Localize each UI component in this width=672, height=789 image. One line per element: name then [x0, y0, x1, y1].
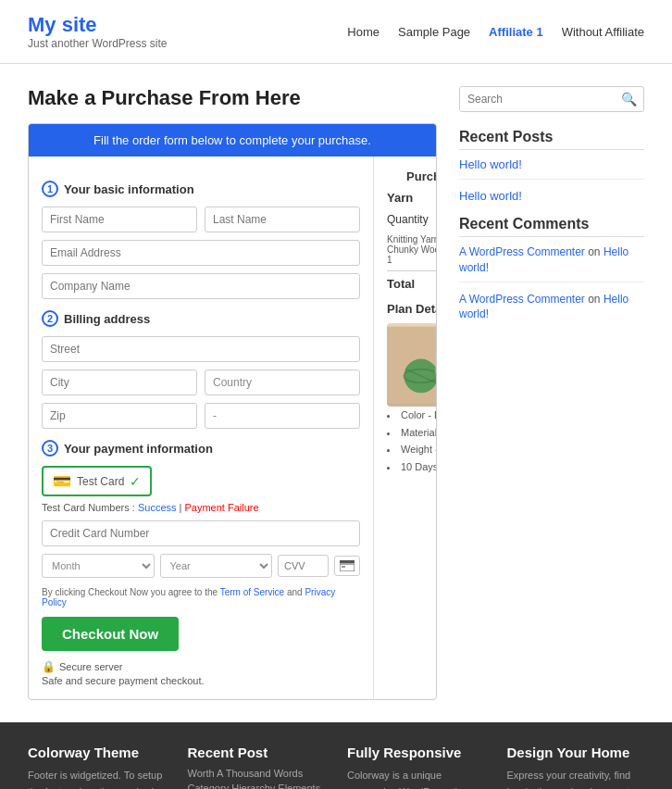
- section1-num: 1: [42, 181, 58, 197]
- footer-col3-text: Colorway is a unique responsive WordPres…: [347, 768, 485, 789]
- first-name-input[interactable]: [42, 207, 197, 232]
- email-input[interactable]: [42, 240, 360, 266]
- purchase-details-panel: Purchase Details Yarn Quantity Knitting …: [374, 157, 437, 699]
- plan-bullet: Weight - 200g: [387, 441, 437, 458]
- purchase-form-box: Fill the order form below to complete yo…: [28, 123, 437, 700]
- footer-recent-post-1[interactable]: Worth A Thousand Words: [188, 768, 326, 779]
- company-input[interactable]: [42, 273, 360, 299]
- terms-of-service-link[interactable]: Term of Service: [220, 587, 284, 597]
- divider: [459, 179, 644, 180]
- name-row: [42, 207, 360, 232]
- footer-col-2: Recent Post Worth A Thousand Words Categ…: [188, 745, 326, 789]
- country-select[interactable]: Country: [205, 369, 360, 395]
- footer-col4-text: Express your creativity, find inspiratio…: [507, 768, 645, 789]
- email-row: [42, 240, 360, 266]
- section3-title: Your payment information: [64, 442, 213, 456]
- recent-posts-title: Recent Posts: [459, 129, 644, 150]
- footer-main: Colorway Theme Footer is widgetized. To …: [0, 722, 672, 789]
- footer-recent-post-2[interactable]: Category Hierarchy Elements: [188, 783, 326, 789]
- card-badge: 💳 Test Card ✓: [42, 466, 152, 496]
- check-icon: ✓: [130, 474, 141, 489]
- site-tagline: Just another WordPress site: [28, 37, 168, 50]
- cc-input[interactable]: [42, 520, 360, 546]
- company-row: [42, 273, 360, 299]
- plan-bullet: Color - Dark Blue: [387, 407, 437, 424]
- credit-card-icon: 💳: [53, 472, 71, 490]
- comment-2: A WordPress Commenter on Hello world!: [459, 292, 644, 323]
- cvv-input[interactable]: [278, 555, 329, 577]
- yarn-label: Yarn: [387, 191, 437, 205]
- site-title: My site: [28, 13, 168, 37]
- item-detail: Knitting Yarn Thick Chunky Wool, 200 g x…: [387, 234, 437, 265]
- cvv-help-icon[interactable]: [334, 556, 360, 576]
- secure-label: Secure server: [59, 661, 122, 672]
- svg-rect-2: [342, 566, 345, 568]
- form-body: 1 Your basic information: [29, 157, 436, 699]
- test-card-failure-link[interactable]: Payment Failure: [185, 502, 259, 513]
- nav-home[interactable]: Home: [347, 25, 380, 39]
- plan-title: Plan Details: [387, 302, 437, 316]
- street-input[interactable]: [42, 336, 360, 362]
- footer-col-3: Fully Responsive Colorway is a unique re…: [347, 745, 485, 789]
- commenter-2-link[interactable]: A WordPress Commenter: [459, 293, 585, 306]
- nav-affiliate1[interactable]: Affiliate 1: [489, 25, 543, 39]
- footer-col-4: Design Your Home Express your creativity…: [507, 745, 645, 789]
- test-card-success-link[interactable]: Success: [138, 502, 177, 513]
- search-box: 🔍: [459, 86, 644, 112]
- footer-col2-title: Recent Post: [188, 745, 326, 760]
- checkout-button[interactable]: Checkout Now: [42, 617, 179, 651]
- svg-line-9: [436, 364, 437, 378]
- year-select[interactable]: Year: [160, 554, 273, 578]
- recent-post-1[interactable]: Hello world!: [459, 157, 644, 171]
- test-card-text: Test Card Numbers :: [42, 502, 135, 513]
- section1-label: 1 Your basic information: [42, 181, 360, 197]
- section1-title: Your basic information: [64, 182, 194, 196]
- footer-col1-title: Colorway Theme: [28, 745, 166, 760]
- footer-col1-text: Footer is widgetized. To setup the foote…: [28, 768, 166, 789]
- nav-sample[interactable]: Sample Page: [398, 25, 470, 39]
- svg-rect-0: [340, 560, 355, 563]
- street-row: [42, 336, 360, 362]
- last-name-input[interactable]: [205, 207, 360, 232]
- city-input[interactable]: [42, 369, 197, 395]
- dash-select[interactable]: -: [205, 403, 360, 429]
- commenter-1-link[interactable]: A WordPress Commenter: [459, 245, 585, 258]
- qty-label: Quantity: [387, 213, 429, 226]
- total-label: Total: [387, 277, 415, 291]
- recent-post-2[interactable]: Hello world!: [459, 189, 644, 203]
- footer-col4-title: Design Your Home: [507, 745, 645, 760]
- divider2: [459, 282, 644, 282]
- zip-input[interactable]: [42, 403, 197, 429]
- search-button[interactable]: 🔍: [614, 87, 644, 111]
- section3-num: 3: [42, 440, 58, 457]
- comment-1: A WordPress Commenter on Hello world!: [459, 244, 644, 276]
- plan-details-list: Color - Dark BlueMaterial - WoolWeight -…: [387, 407, 437, 476]
- terms-text: By clicking Checkout Now you agree to th…: [42, 587, 360, 607]
- secure-row: 🔒 Secure server: [42, 660, 360, 673]
- search-input[interactable]: [460, 87, 614, 111]
- price-row: Knitting Yarn Thick Chunky Wool, 200 g x…: [387, 234, 437, 265]
- purchase-title: Purchase Details: [387, 169, 437, 183]
- site-info: My site Just another WordPress site: [28, 13, 168, 50]
- header: My site Just another WordPress site Home…: [0, 0, 672, 64]
- plan-bullet: Material - Wool: [387, 424, 437, 442]
- zip-row: -: [42, 403, 360, 429]
- total-row: Total $4.07: [387, 270, 437, 291]
- main-layout: Make a Purchase From Here Fill the order…: [0, 64, 672, 722]
- form-left: 1 Your basic information: [29, 157, 374, 699]
- section3-label: 3 Your payment information: [42, 440, 360, 457]
- secure-info: 🔒 Secure server Safe and secure payment …: [42, 660, 360, 686]
- main-nav: Home Sample Page Affiliate 1 Without Aff…: [347, 25, 644, 39]
- search-icon: 🔍: [621, 92, 637, 106]
- test-card-info: Test Card Numbers : Success | Payment Fa…: [42, 502, 360, 513]
- nav-without-affiliate[interactable]: Without Affiliate: [562, 25, 644, 39]
- sidebar: 🔍 Recent Posts Hello world! Hello world!…: [459, 86, 644, 700]
- recent-comments-title: Recent Comments: [459, 216, 644, 237]
- plan-bullet: 10 Days Returnable: [387, 458, 437, 476]
- quantity-row: Quantity: [387, 210, 437, 229]
- footer-col3-title: Fully Responsive: [347, 745, 485, 760]
- month-select[interactable]: Month: [42, 554, 155, 578]
- secure-sub: Safe and secure payment checkout.: [42, 675, 360, 686]
- section2-label: 2 Billing address: [42, 310, 360, 327]
- main-content: Make a Purchase From Here Fill the order…: [28, 86, 437, 700]
